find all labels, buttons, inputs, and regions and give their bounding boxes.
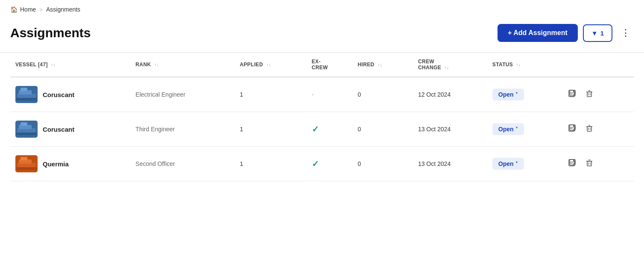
row-actions-cell (559, 77, 634, 112)
svg-rect-20 (16, 133, 37, 135)
hired-cell: 0 (352, 147, 413, 181)
hired-cell: 0 (352, 112, 413, 147)
hired-cell: 0 (352, 77, 413, 112)
edit-button[interactable] (565, 122, 580, 136)
col-actions (559, 53, 634, 77)
vessel-cell: Coruscant (15, 121, 125, 138)
status-cell: Open ˅ (487, 147, 560, 181)
delete-button[interactable] (582, 122, 597, 136)
assignments-table: VESSEL [47] ↑↓ RANK ↑↓ APPLIED ↑↓ EX-CRE… (10, 53, 634, 181)
table-row: Coruscant Third Engineer1✓013 Oct 2024Op… (10, 112, 634, 147)
status-badge[interactable]: Open ˅ (492, 123, 524, 135)
row-actions (565, 88, 629, 102)
status-chevron-icon: ˅ (515, 127, 518, 132)
page-header: Assignments + Add Assignment ▼ 1 ⋮ (0, 19, 644, 52)
ex-crew-checkmark: ✓ (312, 124, 319, 134)
svg-rect-35 (20, 157, 27, 160)
col-applied[interactable]: APPLIED ↑↓ (234, 53, 306, 77)
sort-hired-icon: ↑↓ (378, 63, 382, 67)
sort-crew-change-icon: ↑↓ (445, 66, 449, 70)
edit-button[interactable] (565, 88, 580, 102)
edit-icon (568, 159, 577, 167)
vessel-image (15, 86, 38, 103)
svg-rect-27 (587, 127, 591, 131)
svg-rect-3 (20, 88, 27, 91)
ex-crew-dash: - (312, 91, 314, 98)
vessel-name: Coruscant (43, 126, 74, 133)
home-icon: 🏠 (10, 6, 18, 13)
delete-button[interactable] (582, 88, 597, 102)
ex-crew-cell: ✓ (307, 147, 353, 181)
status-badge[interactable]: Open ˅ (492, 158, 524, 170)
page-title: Assignments (10, 26, 91, 40)
svg-rect-19 (20, 122, 27, 126)
row-actions (565, 157, 629, 171)
row-actions-cell (559, 112, 634, 147)
svg-rect-4 (16, 98, 37, 100)
filter-button[interactable]: ▼ 1 (583, 24, 612, 42)
sort-applied-icon: ↑↓ (266, 63, 271, 67)
assignments-table-wrapper: VESSEL [47] ↑↓ RANK ↑↓ APPLIED ↑↓ EX-CRE… (0, 53, 644, 181)
status-chevron-icon: ˅ (515, 161, 518, 167)
breadcrumb-current: Assignments (46, 6, 80, 13)
table-header-row: VESSEL [47] ↑↓ RANK ↑↓ APPLIED ↑↓ EX-CRE… (10, 53, 634, 77)
status-cell: Open ˅ (487, 112, 560, 147)
vessel-name: Coruscant (43, 91, 74, 98)
sort-rank-icon: ↑↓ (154, 63, 159, 67)
col-ex-crew[interactable]: EX-CREW (307, 53, 353, 77)
row-actions-cell (559, 147, 634, 181)
ex-crew-cell: - (307, 77, 353, 112)
col-vessel[interactable]: VESSEL [47] ↑↓ (10, 53, 130, 77)
filter-icon: ▼ (591, 30, 598, 37)
table-row: Coruscant Electrical Engineer1-012 Oct 2… (10, 77, 634, 112)
crew-change-cell: 12 Oct 2024 (413, 77, 487, 112)
sort-vessel-icon: ↑↓ (51, 63, 56, 67)
vessel-cell: Quermia (15, 155, 125, 172)
svg-rect-36 (16, 167, 37, 170)
breadcrumb-home-link[interactable]: 🏠 Home (10, 6, 36, 13)
table-row: Quermia Second Officer1✓013 Oct 2024Open… (10, 147, 634, 181)
delete-icon (585, 159, 594, 167)
delete-icon (585, 89, 594, 98)
vessel-image (15, 121, 38, 138)
header-actions: + Add Assignment ▼ 1 ⋮ (498, 24, 634, 42)
vessel-image (15, 155, 38, 172)
breadcrumb: 🏠 Home > Assignments (0, 0, 644, 19)
breadcrumb-home-label: Home (20, 6, 36, 13)
delete-icon (585, 124, 594, 133)
svg-rect-43 (587, 161, 591, 166)
rank-cell: Second Officer (130, 147, 234, 181)
status-chevron-icon: ˅ (515, 92, 518, 97)
edit-icon (568, 124, 577, 133)
sort-status-icon: ↑↓ (516, 63, 521, 67)
applied-cell: 1 (234, 77, 306, 112)
svg-rect-11 (587, 92, 591, 97)
rank-cell: Third Engineer (130, 112, 234, 147)
status-cell: Open ˅ (487, 77, 560, 112)
add-assignment-button[interactable]: + Add Assignment (498, 24, 578, 42)
crew-change-cell: 13 Oct 2024 (413, 147, 487, 181)
col-hired[interactable]: HIRED ↑↓ (352, 53, 413, 77)
edit-icon (568, 89, 577, 98)
ex-crew-checkmark: ✓ (312, 159, 319, 168)
ex-crew-cell: ✓ (307, 112, 353, 147)
vessel-cell: Coruscant (15, 86, 125, 103)
applied-cell: 1 (234, 112, 306, 147)
col-rank[interactable]: RANK ↑↓ (130, 53, 234, 77)
crew-change-cell: 13 Oct 2024 (413, 112, 487, 147)
filter-count: 1 (600, 30, 604, 37)
breadcrumb-separator: > (39, 6, 43, 13)
col-status[interactable]: STATUS ↑↓ (487, 53, 560, 77)
applied-cell: 1 (234, 147, 306, 181)
row-actions (565, 122, 629, 136)
more-options-button[interactable]: ⋮ (618, 26, 634, 40)
vessel-name: Quermia (43, 160, 69, 168)
col-crew-change[interactable]: CREWCHANGE ↑↓ (413, 53, 487, 77)
rank-cell: Electrical Engineer (130, 77, 234, 112)
status-badge[interactable]: Open ˅ (492, 89, 524, 100)
delete-button[interactable] (582, 157, 597, 171)
edit-button[interactable] (565, 157, 580, 171)
